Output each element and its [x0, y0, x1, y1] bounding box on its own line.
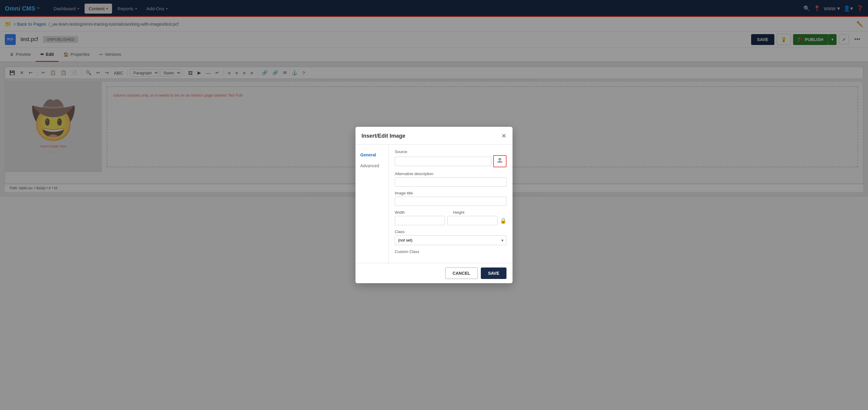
alt-input[interactable] — [395, 177, 506, 187]
modal-header: Insert/Edit Image ✕ — [355, 127, 513, 145]
alt-label: Alternative description — [395, 171, 506, 176]
modal-tab-general[interactable]: General — [355, 150, 389, 160]
modal-form: Source Alternative description — [389, 145, 513, 197]
modal-sidebar: General Advanced — [355, 145, 389, 197]
modal-close-button[interactable]: ✕ — [501, 132, 506, 139]
source-input[interactable] — [395, 157, 491, 166]
source-browse-button[interactable] — [493, 155, 506, 167]
upload-icon — [497, 158, 503, 164]
modal-title: Insert/Edit Image — [362, 133, 405, 139]
insert-edit-image-modal: Insert/Edit Image ✕ General Advanced Sou… — [355, 127, 513, 197]
title-label: Image title — [395, 191, 506, 195]
title-group: Image title — [395, 191, 506, 197]
modal-tab-advanced[interactable]: Advanced — [355, 160, 389, 171]
svg-rect-0 — [497, 161, 502, 162]
source-group: Source — [395, 150, 506, 167]
title-input[interactable] — [395, 196, 506, 197]
modal-body: General Advanced Source — [355, 145, 513, 197]
modal-overlay[interactable]: Insert/Edit Image ✕ General Advanced Sou… — [0, 0, 868, 197]
source-label: Source — [395, 150, 506, 154]
alt-group: Alternative description — [395, 171, 506, 187]
source-row — [395, 155, 506, 167]
